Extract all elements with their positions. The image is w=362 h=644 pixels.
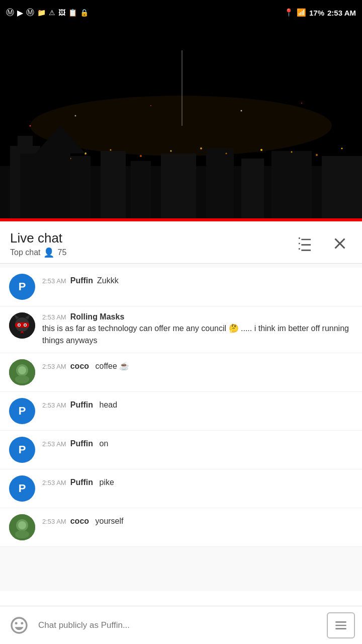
svg-point-27: [150, 105, 151, 106]
message-time: 2:53 AM: [42, 277, 66, 285]
video-player[interactable]: [0, 25, 362, 221]
message-body: 2:53 AM coco coffee ☕: [42, 359, 353, 372]
live-chat-title: Live chat: [10, 230, 66, 246]
message-username: coco: [70, 362, 89, 371]
message-item: 2:53 AM coco coffee ☕: [0, 353, 362, 392]
svg-rect-31: [20, 153, 70, 221]
send-button[interactable]: [327, 612, 355, 638]
svg-rect-10: [241, 158, 264, 221]
message-username: Puffin: [70, 439, 93, 448]
message-body: 2:53 AM coco yourself: [42, 514, 353, 527]
svg-point-45: [18, 366, 26, 374]
svg-rect-8: [161, 153, 196, 221]
svg-rect-7: [131, 161, 151, 221]
message-text: yourself: [93, 515, 123, 527]
message-text: Zukkk: [97, 275, 119, 287]
video-red-bar: [0, 218, 362, 221]
chat-input-field[interactable]: [38, 613, 320, 637]
message-time: 2:53 AM: [42, 518, 66, 525]
message-item: 2:53 AM Rolling Masks this is as far as …: [0, 306, 362, 353]
message-username: Puffin: [70, 276, 93, 285]
message-username: Puffin: [70, 478, 93, 487]
status-left-icons: Ⓜ ▶ Ⓜ 📁 ⚠ 🖼 📋 🔒: [6, 8, 88, 18]
battery-text: 17%: [309, 9, 324, 17]
filter-button[interactable]: [294, 232, 316, 256]
svg-point-28: [241, 110, 242, 112]
viewer-count: 75: [57, 248, 66, 257]
coco-avatar-2: [9, 514, 35, 540]
message-time: 2:53 AM: [42, 401, 66, 409]
message-time: 2:53 AM: [42, 479, 66, 487]
svg-point-18: [170, 150, 172, 152]
chat-title-group: Live chat Top chat 👤 75: [10, 230, 66, 258]
app-icon-bag: 🔒: [80, 9, 88, 17]
message-username: Puffin: [70, 400, 93, 410]
cityscape-svg: [0, 25, 362, 221]
message-time: 2:53 AM: [42, 363, 66, 370]
svg-point-17: [140, 155, 142, 157]
rolling-masks-avatar: [9, 312, 35, 339]
message-item: P 2:53 AM Puffin head: [0, 392, 362, 431]
chat-input-bar: [0, 606, 362, 644]
svg-rect-4: [18, 136, 33, 146]
avatar: P: [9, 437, 35, 463]
svg-rect-37: [15, 323, 29, 328]
filter-icon: [297, 235, 313, 252]
message-username: coco: [70, 517, 89, 526]
message-text: this is as far as technology can offer m…: [42, 323, 353, 347]
message-username: Rolling Masks: [70, 312, 125, 321]
message-text: pike: [97, 476, 114, 489]
avatar: P: [9, 475, 35, 502]
wifi-icon: 📶: [297, 8, 306, 17]
app-icon-file: 📁: [37, 9, 46, 17]
svg-rect-11: [272, 151, 312, 221]
app-icon-m2: Ⓜ: [26, 8, 34, 18]
svg-rect-6: [101, 151, 126, 221]
svg-point-16: [110, 149, 112, 151]
message-body: 2:53 AM Puffin head: [42, 398, 353, 411]
emoji-button[interactable]: [7, 613, 31, 637]
message-text: head: [97, 399, 117, 411]
svg-point-50: [15, 530, 29, 538]
app-icon-yt: ▶: [17, 8, 23, 18]
message-body: 2:53 AM Puffin on: [42, 437, 353, 450]
close-button[interactable]: [328, 231, 352, 257]
status-right-info: 📍 📶 17% 2:53 AM: [284, 8, 356, 17]
svg-point-20: [226, 153, 227, 154]
svg-rect-12: [322, 156, 362, 221]
message-body: 2:53 AM Rolling Masks this is as far as …: [42, 312, 353, 347]
emoji-icon: [9, 615, 29, 635]
header-actions: [294, 231, 352, 257]
svg-point-41: [25, 325, 26, 326]
message-item: P 2:53 AM Puffin on: [0, 431, 362, 469]
app-icon-alert: ⚠: [49, 9, 55, 17]
app-icon-photo: 🖼: [58, 9, 65, 17]
avatar: [9, 514, 35, 540]
message-text: on: [97, 438, 108, 450]
svg-point-23: [316, 154, 318, 156]
coco-avatar: [9, 359, 35, 385]
message-item: P 2:53 AM Puffin Zukkk: [0, 268, 362, 306]
chat-subtitle: Top chat 👤 75: [10, 247, 66, 258]
svg-point-49: [18, 521, 26, 529]
app-icon-m1: Ⓜ: [6, 8, 14, 18]
message-item: 2:53 AM coco yourself: [0, 508, 362, 547]
svg-point-40: [19, 325, 20, 326]
message-body: 2:53 AM Puffin pike: [42, 475, 353, 489]
svg-point-19: [200, 147, 202, 149]
avatar: [9, 312, 35, 339]
svg-point-22: [291, 151, 293, 153]
status-bar: Ⓜ ▶ Ⓜ 📁 ⚠ 🖼 📋 🔒 📍 📶 17% 2:53 AM: [0, 0, 362, 25]
close-icon: [331, 234, 349, 253]
time-display: 2:53 AM: [327, 9, 356, 17]
message-time: 2:53 AM: [42, 440, 66, 448]
live-chat-header: Live chat Top chat 👤 75: [0, 221, 362, 264]
svg-rect-9: [206, 148, 234, 221]
svg-point-26: [75, 115, 76, 117]
message-time: 2:53 AM: [42, 313, 66, 321]
message-body: 2:53 AM Puffin Zukkk: [42, 274, 353, 287]
avatar: P: [9, 274, 35, 300]
svg-point-24: [341, 148, 343, 149]
avatar: [9, 359, 35, 385]
person-icon: 👤: [43, 247, 54, 258]
